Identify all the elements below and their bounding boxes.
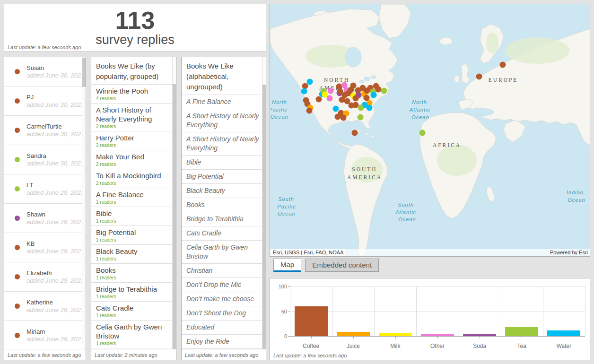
book-title: Black Beauty (96, 247, 171, 256)
book-readers-count: 1 readers (96, 275, 171, 281)
list-item[interactable]: Enjoy the Ride (182, 335, 266, 349)
survey-reply-marker[interactable] (327, 95, 333, 102)
bar-coffee[interactable] (295, 306, 328, 336)
person-text: Susanadded June 30, 2021 (26, 64, 84, 79)
person-name: PJ (26, 93, 84, 101)
list-item[interactable]: Black Beauty1 readers (91, 245, 176, 264)
list-item[interactable]: Miriamadded June 29, 2021 (4, 321, 86, 349)
list-item[interactable]: Shawnadded June 29, 2021 (4, 204, 86, 233)
survey-reply-marker[interactable] (358, 114, 364, 121)
list-item[interactable]: Celia Garth by Gwen Bristow1 readers (91, 321, 176, 348)
survey-reply-marker[interactable] (476, 74, 482, 80)
survey-reply-marker[interactable] (419, 130, 426, 136)
list-item[interactable]: Books1 readers (91, 264, 176, 283)
world-map[interactable]: NORTHAMERICAEUROPEAFRICASOUTHAMERICANort… (270, 4, 590, 257)
list-item[interactable]: Don’t Drop the Mic (182, 278, 266, 292)
survey-reply-marker[interactable] (367, 105, 373, 111)
list-item[interactable]: Make Your Bed2 readers (91, 150, 176, 169)
bar-water[interactable] (547, 330, 580, 336)
list-item[interactable]: Black Beauty (182, 184, 266, 198)
list-item[interactable]: Christian (182, 264, 266, 278)
bar-tea[interactable] (505, 327, 538, 336)
people-list-scrollbar[interactable] (82, 57, 86, 349)
list-item[interactable]: A Short History of Nearly Everything (182, 132, 266, 156)
list-item[interactable]: Katherineadded June 29, 2021 (4, 292, 86, 321)
category-dot-icon (15, 128, 20, 133)
list-item[interactable]: Cats Cradle1 readers (91, 302, 176, 321)
book-title: Bridge to Terabithia (96, 285, 171, 294)
survey-reply-marker[interactable] (349, 103, 355, 109)
gridline-y (290, 312, 585, 312)
survey-reply-marker[interactable] (335, 114, 341, 120)
survey-reply-marker[interactable] (342, 92, 348, 98)
book-title: Books (186, 200, 261, 209)
list-item[interactable]: Harry Potter2 readers (91, 131, 176, 150)
survey-reply-marker[interactable] (348, 87, 354, 93)
survey-reply-marker[interactable] (316, 96, 322, 103)
alpha-list-title: Books We Like (alphabetical, ungrouped) (182, 57, 266, 95)
list-item[interactable]: Celia Garth by Gwen Bristow (182, 241, 266, 264)
list-item[interactable]: Sandraadded June 30, 2021 (4, 145, 86, 174)
list-item[interactable]: Cats Cradle (182, 226, 266, 241)
gridline-x (290, 286, 290, 336)
survey-reply-marker[interactable] (306, 108, 313, 114)
book-title: Make Your Bed (96, 152, 171, 161)
book-title: To Kill a Mockingbird (96, 171, 171, 180)
survey-reply-marker[interactable] (328, 88, 334, 94)
book-title: A Fine Balance (186, 97, 261, 106)
list-item[interactable]: Elizabethadded June 29, 2021 (4, 262, 86, 292)
survey-reply-marker[interactable] (371, 92, 377, 98)
list-item[interactable]: CarmelTurtleadded June 30, 2021 (4, 116, 86, 145)
survey-reply-marker[interactable] (341, 115, 347, 121)
survey-reply-marker[interactable] (373, 83, 379, 89)
bar-juice[interactable] (337, 332, 370, 336)
category-dot-icon (15, 333, 20, 338)
list-item[interactable]: Don’t make me choose (182, 292, 266, 306)
drinks-bar-chart-panel: 050100CoffeeJuiceMilkOtherSodaTeaWater L… (270, 278, 590, 360)
survey-reply-marker[interactable] (358, 105, 364, 111)
list-item[interactable]: Bridge to Terabithia (182, 212, 266, 226)
list-item[interactable]: To Kill a Mockingbird2 readers (91, 169, 176, 188)
alpha-list-scrollbar[interactable] (262, 57, 266, 349)
list-item[interactable]: LTadded June 29, 2021 (4, 174, 86, 204)
book-title: Bible (96, 209, 171, 218)
survey-reply-marker[interactable] (301, 88, 307, 95)
people-list: Susanadded June 30, 2021PJadded June 30,… (4, 57, 86, 349)
book-readers-count: 1 readers (96, 237, 171, 243)
list-item[interactable]: Bridge to Terabithia1 readers (91, 283, 176, 302)
category-dot-icon (15, 216, 20, 221)
book-readers-count: 1 readers (96, 294, 171, 300)
dashboard: 113 survey replies Last update: a few se… (0, 0, 594, 364)
person-date: added June 30, 2021 (26, 160, 84, 167)
list-item[interactable]: A Fine Balance (182, 95, 266, 109)
list-item[interactable]: Bible (182, 156, 266, 170)
book-title: Educated (186, 323, 261, 332)
survey-reply-marker[interactable] (500, 62, 506, 68)
x-axis-tick (353, 337, 354, 338)
survey-replies-indicator: 113 survey replies Last update: a few se… (4, 4, 266, 52)
tab-map[interactable]: Map (273, 259, 301, 272)
list-item[interactable]: Susanadded June 30, 2021 (4, 57, 86, 87)
category-dot-icon (15, 274, 20, 279)
list-item[interactable]: A Short History of Nearly Everything2 re… (91, 104, 176, 131)
list-item[interactable]: PJadded June 30, 2021 (4, 87, 86, 116)
list-item[interactable]: KBadded June 29, 2021 (4, 233, 86, 262)
survey-reply-marker[interactable] (352, 130, 358, 136)
tab-embedded-content[interactable]: Embedded content (305, 259, 379, 272)
list-item[interactable]: Bible1 readers (91, 207, 176, 226)
list-item[interactable]: A Short History of Nearly Everything (182, 109, 266, 132)
popular-list-scrollbar[interactable] (172, 57, 176, 349)
list-item[interactable]: Books (182, 198, 266, 212)
list-item[interactable]: Educated (182, 321, 266, 335)
x-axis-category-label: Tea (517, 343, 526, 349)
list-item[interactable]: Big Potential1 readers (91, 226, 176, 245)
list-item[interactable]: Don’t Shoot the Dog (182, 306, 266, 321)
list-item[interactable]: Winnie the Pooh4 readers (91, 85, 176, 104)
list-item[interactable]: Big Potential (182, 170, 266, 184)
survey-reply-marker[interactable] (353, 95, 359, 102)
survey-reply-marker[interactable] (381, 88, 387, 94)
list-item[interactable]: A Fine Balance1 readers (91, 188, 176, 207)
bar-milk[interactable] (379, 333, 412, 336)
gridline-x (332, 286, 332, 336)
person-text: Miriamadded June 29, 2021 (26, 328, 84, 343)
